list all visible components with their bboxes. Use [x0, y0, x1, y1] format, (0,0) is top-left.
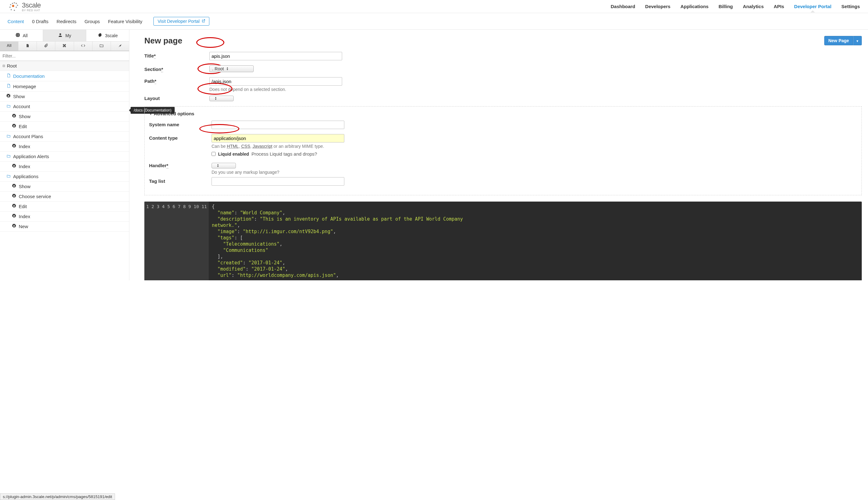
globe-icon	[15, 33, 20, 38]
scope-my[interactable]: My	[43, 30, 86, 41]
gear-icon	[11, 164, 17, 169]
nav-apis[interactable]: APIs	[773, 1, 785, 12]
type-folder-icon[interactable]	[92, 42, 111, 50]
liquid-checkbox[interactable]	[212, 152, 216, 156]
tree-item[interactable]: Edit	[0, 122, 129, 132]
editor-code: { "name": "World Company", "description"…	[209, 202, 466, 280]
row-liquid: Liquid enabled Process Liquid tags and d…	[149, 151, 857, 157]
nav-analytics[interactable]: Analytics	[742, 1, 765, 12]
svg-point-9	[14, 10, 15, 11]
label-taglist: Tag list	[149, 177, 212, 184]
gear-icon	[11, 194, 17, 199]
nav-developer-portal[interactable]: Developer Portal	[793, 1, 832, 12]
subnav-feature-visibility[interactable]: Feature Visibility	[108, 19, 142, 24]
right-panel: New page New Page ▼ Title* Section* . Ro…	[129, 30, 868, 280]
scope-my-label: My	[65, 33, 71, 38]
tree-item-label: Index	[19, 214, 30, 219]
folder-icon	[5, 104, 11, 109]
visit-developer-portal-button[interactable]: Visit Developer Portal	[153, 17, 209, 26]
page-icon	[5, 73, 11, 79]
section-select[interactable]: . Root ▲▼	[209, 65, 254, 72]
tree-item-label: Account	[13, 104, 30, 109]
tree-item[interactable]: Account Plans	[0, 132, 129, 141]
advanced-toggle[interactable]: ▼ Advanced options	[149, 111, 857, 116]
help-css-link[interactable]: CSS	[241, 144, 250, 149]
gear-icon	[98, 33, 102, 38]
select-arrows-icon: ▲▼	[215, 96, 217, 100]
editor-gutter: 1 2 3 4 5 6 7 8 9 10 11	[144, 202, 209, 280]
tree-item[interactable]: Index	[0, 141, 129, 151]
logo-mark-icon	[8, 0, 20, 13]
tree-item[interactable]: Edit	[0, 202, 129, 212]
code-editor[interactable]: 1 2 3 4 5 6 7 8 9 10 11 { "name": "World…	[144, 202, 862, 280]
row-layout: Layout ▲▼	[144, 94, 862, 101]
label-handler: Handler*	[149, 161, 212, 168]
path-help: Does not depend on a selected section.	[209, 87, 862, 92]
new-page-button-group: New Page ▼	[824, 36, 862, 45]
folder-icon	[5, 154, 11, 159]
top-nav: Dashboard Developers Applications Billin…	[610, 1, 860, 12]
tree-item-label: Show	[13, 94, 25, 99]
taglist-input[interactable]	[212, 177, 344, 186]
tree-item[interactable]: Show	[0, 112, 129, 122]
select-arrows-icon: ▲▼	[226, 67, 228, 71]
tree-item[interactable]: Documentation	[0, 71, 129, 81]
tree-item[interactable]: Account	[0, 102, 129, 112]
type-file-icon[interactable]	[19, 42, 37, 50]
tree-item[interactable]: Index	[0, 161, 129, 172]
tree-item-label: Show	[19, 114, 31, 119]
cms-sidebar: All My 3scale All ⊟ Ro	[0, 30, 129, 280]
handler-select[interactable]: ▲▼	[212, 163, 236, 168]
subnav-redirects[interactable]: Redirects	[57, 19, 76, 24]
logo-subtext: BY RED HAT	[22, 9, 41, 12]
folder-icon	[5, 134, 11, 139]
tree-item[interactable]: New	[0, 221, 129, 231]
tree-root[interactable]: ⊟ Root	[0, 61, 129, 71]
layout-select[interactable]: ▲▼	[209, 95, 234, 101]
nav-billing[interactable]: Billing	[718, 1, 734, 12]
type-attachment-icon[interactable]	[37, 42, 55, 50]
label-liquid-spacer	[149, 151, 212, 152]
tree-item[interactable]: Applications	[0, 172, 129, 182]
filter-input[interactable]	[0, 51, 129, 61]
tree-item[interactable]: Choose service	[0, 192, 129, 202]
svg-point-2	[14, 2, 15, 3]
content-type-input[interactable]	[212, 134, 344, 143]
liquid-label: Liquid enabled	[218, 151, 249, 157]
nav-applications[interactable]: Applications	[680, 1, 709, 12]
path-input[interactable]	[209, 77, 342, 86]
subnav-content[interactable]: Content	[8, 19, 24, 24]
gear-icon	[11, 214, 17, 219]
scope-3scale[interactable]: 3scale	[86, 30, 129, 41]
new-page-button[interactable]: New Page	[824, 36, 853, 45]
subnav-drafts[interactable]: 0 Drafts	[32, 19, 49, 24]
label-path: Path*	[144, 77, 209, 84]
scope-all-label: All	[23, 33, 28, 38]
nav-dashboard[interactable]: Dashboard	[610, 1, 636, 12]
new-page-dropdown-button[interactable]: ▼	[853, 36, 862, 45]
help-html-link[interactable]: HTML	[227, 144, 239, 149]
tree-item[interactable]: Homepage	[0, 81, 129, 92]
tree-root-label: Root	[7, 63, 17, 68]
title-input[interactable]	[209, 52, 342, 60]
help-js-link[interactable]: Javascript	[253, 144, 273, 149]
content-type-help: Can be HTML, CSS, Javascript or an arbit…	[212, 144, 857, 149]
tree-item[interactable]: Application Alerts	[0, 151, 129, 161]
tree-item[interactable]: Index	[0, 212, 129, 221]
triangle-down-icon: ▼	[149, 112, 152, 116]
system-name-input[interactable]	[212, 121, 344, 129]
nav-settings[interactable]: Settings	[841, 1, 860, 12]
tree-item-label: Index	[19, 164, 30, 169]
tree-item[interactable]: Show	[0, 182, 129, 192]
row-path: Path* Does not depend on a selected sect…	[144, 77, 862, 92]
type-puzzle-icon[interactable]	[55, 42, 74, 50]
svg-point-6	[12, 5, 14, 7]
scope-all[interactable]: All	[0, 30, 43, 41]
type-pin-icon[interactable]	[111, 42, 129, 50]
type-all[interactable]: All	[0, 42, 19, 50]
tree-item[interactable]: Show	[0, 92, 129, 102]
subnav-groups[interactable]: Groups	[84, 19, 100, 24]
type-code-icon[interactable]	[74, 42, 92, 50]
nav-developers[interactable]: Developers	[644, 1, 671, 12]
row-title: Title*	[144, 52, 862, 60]
